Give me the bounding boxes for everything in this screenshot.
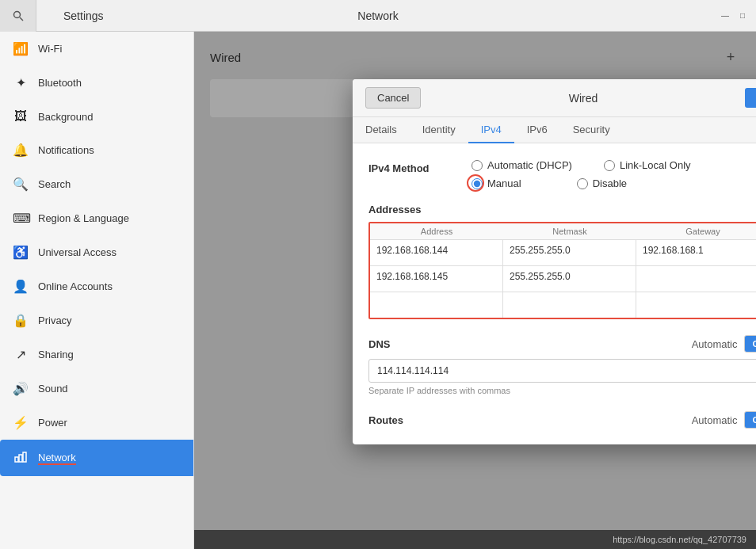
method-manual[interactable]: Manual <box>472 177 521 189</box>
addresses-table: Address Netmask Gateway <box>368 222 756 319</box>
sidebar-item-region[interactable]: ⌨ Region & Language <box>0 201 193 235</box>
radio-auto-dhcp[interactable] <box>472 160 483 171</box>
sidebar-label-network: Network <box>38 452 76 465</box>
dns-toggle-switch[interactable]: ON <box>744 335 757 353</box>
sidebar-item-search[interactable]: 🔍 Search <box>0 167 193 201</box>
addr-cell-netmask-1[interactable] <box>503 240 636 265</box>
tab-ipv4[interactable]: IPv4 <box>468 117 514 143</box>
routes-toggle-switch[interactable]: ON <box>744 411 757 429</box>
table-row: ✕ <box>370 240 756 266</box>
power-icon: ⚡ <box>13 415 29 430</box>
addresses-section: Addresses Address Netmask Gateway <box>368 204 756 319</box>
dns-input-field[interactable] <box>368 359 756 383</box>
addr-cell-address-2[interactable] <box>370 266 503 292</box>
minimize-button[interactable]: — <box>720 10 731 21</box>
search-icon: 🔍 <box>13 177 29 192</box>
ipv4-method-label: IPv4 Method <box>368 159 456 174</box>
address-input-3[interactable] <box>376 297 496 308</box>
address-input-2[interactable] <box>376 271 496 282</box>
sidebar-label-search: Search <box>38 178 71 190</box>
sidebar-item-power[interactable]: ⚡ Power <box>0 406 193 440</box>
sidebar-item-privacy[interactable]: 🔒 Privacy <box>0 303 193 337</box>
wired-modal: Cancel Wired Apply Details Identity IPv4… <box>353 79 756 444</box>
addr-cell-address-1[interactable] <box>370 240 503 265</box>
disable-label: Disable <box>593 177 627 189</box>
sidebar-item-notifications[interactable]: 🔔 Notifications <box>0 133 193 167</box>
sidebar-item-online-accounts[interactable]: 👤 Online Accounts <box>0 269 193 303</box>
svg-rect-4 <box>23 452 26 462</box>
gateway-input-2[interactable] <box>643 271 756 282</box>
method-auto-dhcp[interactable]: Automatic (DHCP) <box>472 159 572 171</box>
sound-icon: 🔊 <box>13 381 29 396</box>
addr-cell-netmask-2[interactable] <box>503 266 636 292</box>
routes-header: Routes Automatic ON <box>368 411 756 429</box>
dns-auto-toggle: Automatic ON <box>692 335 756 353</box>
routes-section: Routes Automatic ON <box>368 411 756 429</box>
manual-label: Manual <box>487 177 521 189</box>
ipv4-method-section: IPv4 Method Automatic (DHCP) Link-Local … <box>368 159 756 189</box>
sidebar-item-wifi[interactable]: 📶 Wi-Fi <box>0 32 193 66</box>
dns-section: DNS Automatic ON Separate IP addresses w… <box>368 335 756 395</box>
sidebar-item-sound[interactable]: 🔊 Sound <box>0 372 193 406</box>
sidebar-label-notifications: Notifications <box>38 144 94 156</box>
modal-title: Wired <box>569 92 598 105</box>
tab-ipv6[interactable]: IPv6 <box>514 117 560 143</box>
apply-button[interactable]: Apply <box>745 88 756 108</box>
cancel-button[interactable]: Cancel <box>365 87 421 109</box>
main-layout: 📶 Wi-Fi ✦ Bluetooth 🖼 Background 🔔 Notif… <box>0 32 756 549</box>
radio-link-local[interactable] <box>604 160 615 171</box>
col-address: Address <box>370 223 503 240</box>
gateway-input-3[interactable] <box>643 297 756 308</box>
privacy-icon: 🔒 <box>13 313 29 328</box>
tab-details[interactable]: Details <box>353 117 410 143</box>
region-icon: ⌨ <box>13 211 29 226</box>
addr-cell-netmask-3[interactable] <box>503 292 636 318</box>
radio-manual[interactable] <box>472 178 483 189</box>
method-disable[interactable]: Disable <box>577 177 627 189</box>
table-row: ✕ <box>370 292 756 318</box>
sidebar-item-bluetooth[interactable]: ✦ Bluetooth <box>0 66 193 100</box>
sidebar: 📶 Wi-Fi ✦ Bluetooth 🖼 Background 🔔 Notif… <box>0 32 194 549</box>
gateway-input-1[interactable] <box>643 245 756 256</box>
sidebar-label-wifi: Wi-Fi <box>38 43 62 55</box>
maximize-button[interactable]: □ <box>737 10 748 21</box>
netmask-input-3[interactable] <box>510 297 629 308</box>
universal-icon: ♿ <box>13 245 29 260</box>
svg-point-0 <box>13 11 20 17</box>
sidebar-label-sharing: Sharing <box>38 349 74 360</box>
modal-tabs: Details Identity IPv4 IPv6 Security <box>353 117 756 143</box>
address-input-1[interactable] <box>376 245 496 256</box>
wifi-icon: 📶 <box>13 41 29 56</box>
online-accounts-icon: 👤 <box>13 279 29 294</box>
network-icon <box>13 449 29 467</box>
sidebar-item-network[interactable]: Network <box>0 440 193 476</box>
netmask-input-2[interactable] <box>510 271 629 282</box>
netmask-input-1[interactable] <box>510 245 629 256</box>
addr-cell-gateway-1[interactable] <box>636 240 756 265</box>
table-row: ✕ <box>370 266 756 292</box>
content-area: Wired + ⚙ ⚙ Cancel Wired Apply <box>194 32 756 549</box>
sidebar-label-sound: Sound <box>38 383 68 395</box>
tab-identity[interactable]: Identity <box>410 117 468 143</box>
dns-header: DNS Automatic ON <box>368 335 756 353</box>
addr-cell-address-3[interactable] <box>370 292 503 318</box>
modal-header: Cancel Wired Apply <box>353 79 756 117</box>
svg-rect-2 <box>15 457 18 462</box>
title-bar: Settings Network — □ <box>0 0 756 32</box>
tab-security[interactable]: Security <box>560 117 623 143</box>
col-gateway: Gateway <box>636 223 756 240</box>
background-icon: 🖼 <box>13 109 29 124</box>
sidebar-item-sharing[interactable]: ↗ Sharing <box>0 337 193 372</box>
sharing-icon: ↗ <box>13 347 29 362</box>
window-controls: — □ <box>720 10 756 21</box>
sidebar-item-background[interactable]: 🖼 Background <box>0 100 193 133</box>
routes-automatic-label: Automatic <box>692 414 738 426</box>
sidebar-label-region: Region & Language <box>38 212 129 224</box>
radio-disable[interactable] <box>577 178 588 189</box>
addr-cell-gateway-2[interactable] <box>636 266 756 292</box>
search-button[interactable] <box>0 0 36 32</box>
sidebar-label-online-accounts: Online Accounts <box>38 280 113 292</box>
addr-cell-gateway-3[interactable] <box>636 292 756 318</box>
sidebar-item-universal[interactable]: ♿ Universal Access <box>0 235 193 269</box>
method-link-local[interactable]: Link-Local Only <box>604 159 691 171</box>
